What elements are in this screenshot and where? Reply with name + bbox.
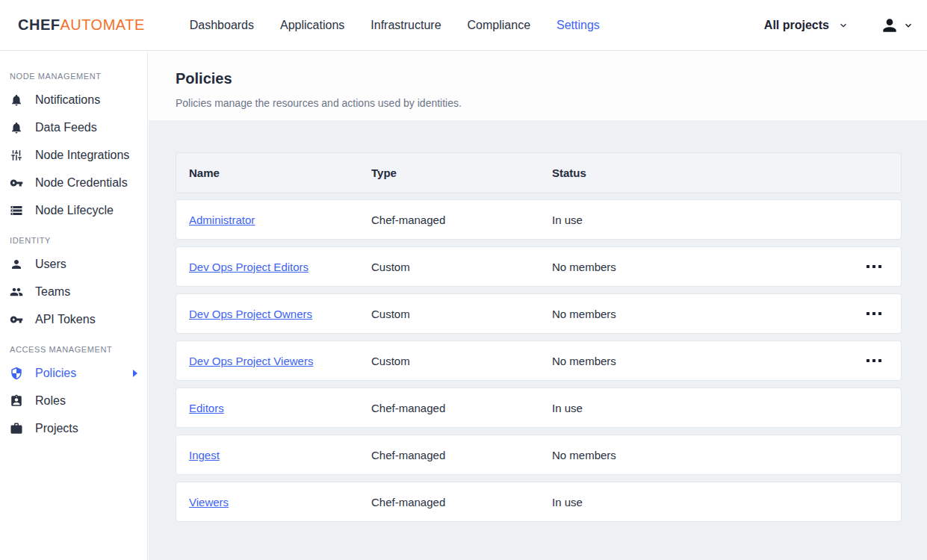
policy-link-dev-ops-project-editors[interactable]: Dev Ops Project Editors xyxy=(189,261,309,273)
table-row: Dev Ops Project Owners Custom No members xyxy=(176,293,902,334)
briefcase-icon xyxy=(10,422,23,435)
policy-link-ingest[interactable]: Ingest xyxy=(189,449,220,461)
policy-status: No members xyxy=(552,308,862,320)
table-row: Viewers Chef-managed In use xyxy=(176,482,902,522)
sidebar-item-policies[interactable]: Policies xyxy=(0,359,147,387)
sidebar-item-api-tokens[interactable]: API Tokens xyxy=(0,305,147,333)
nav-tab-infrastructure[interactable]: Infrastructure xyxy=(371,19,441,32)
list-icon xyxy=(10,204,23,217)
row-menu-button[interactable] xyxy=(862,306,886,321)
more-menu-icon xyxy=(866,312,869,315)
shield-icon xyxy=(10,367,23,380)
more-menu-icon xyxy=(878,359,881,362)
policies-table-container: Name Type Status Administrator Chef-mana… xyxy=(149,120,927,522)
policy-type: Chef-managed xyxy=(371,449,552,461)
key-icon xyxy=(10,176,23,190)
more-menu-icon xyxy=(866,359,869,362)
sidebar-section-access-management: ACCESS MANAGEMENT xyxy=(0,333,147,359)
policy-type: Chef-managed xyxy=(371,214,552,226)
bell-icon xyxy=(10,121,23,134)
nav-tab-compliance[interactable]: Compliance xyxy=(468,19,530,32)
table-header-row: Name Type Status xyxy=(176,152,902,193)
user-menu[interactable] xyxy=(880,16,914,35)
page-title: Policies xyxy=(176,70,900,87)
table-row: Editors Chef-managed In use xyxy=(176,388,902,428)
sidebar-item-notifications[interactable]: Notifications xyxy=(0,86,147,113)
user-avatar-icon xyxy=(880,16,899,35)
logo-chef: CHEF xyxy=(18,16,60,33)
policy-status: In use xyxy=(552,402,862,414)
sidebar-section-identity: IDENTITY xyxy=(0,224,147,250)
more-menu-icon xyxy=(872,312,875,315)
sidebar-item-teams[interactable]: Teams xyxy=(0,278,147,305)
chevron-down-icon xyxy=(903,20,914,31)
settings-sidebar: NODE MANAGEMENT Notifications Data Feeds… xyxy=(0,52,148,560)
policy-status: In use xyxy=(552,496,862,508)
sidebar-item-label: Node Credentials xyxy=(35,176,128,190)
more-menu-icon xyxy=(878,312,881,315)
policy-type: Chef-managed xyxy=(371,402,552,414)
top-navbar: CHEFAUTOMATE Dashboards Applications Inf… xyxy=(0,0,927,51)
table-row: Administrator Chef-managed In use xyxy=(176,199,902,240)
primary-nav: Dashboards Applications Infrastructure C… xyxy=(190,19,600,32)
more-menu-icon xyxy=(866,265,869,268)
page-header: Policies Policies manage the resources a… xyxy=(149,52,927,120)
nav-tab-dashboards[interactable]: Dashboards xyxy=(190,19,254,32)
sidebar-item-label: Notifications xyxy=(35,93,100,107)
table-row: Dev Ops Project Viewers Custom No member… xyxy=(176,340,902,381)
column-header-status: Status xyxy=(552,167,862,179)
row-menu-button[interactable] xyxy=(862,353,886,368)
sidebar-item-label: Data Feeds xyxy=(35,121,97,134)
policy-type: Custom xyxy=(371,355,552,367)
more-menu-icon xyxy=(872,359,875,362)
table-row: Ingest Chef-managed No members xyxy=(176,435,902,475)
sidebar-item-label: Projects xyxy=(35,422,78,435)
policy-type: Custom xyxy=(371,261,552,273)
policy-status: No members xyxy=(552,449,862,461)
sidebar-item-label: API Tokens xyxy=(35,313,96,326)
person-icon xyxy=(10,258,23,271)
policy-link-dev-ops-project-viewers[interactable]: Dev Ops Project Viewers xyxy=(189,355,313,367)
row-menu-button[interactable] xyxy=(862,259,886,274)
nav-tab-applications[interactable]: Applications xyxy=(280,19,344,32)
more-menu-icon xyxy=(878,265,881,268)
sidebar-item-node-lifecycle[interactable]: Node Lifecycle xyxy=(0,196,147,224)
sidebar-item-node-integrations[interactable]: Node Integrations xyxy=(0,141,147,169)
sidebar-section-node-management: NODE MANAGEMENT xyxy=(0,60,147,86)
sidebar-item-label: Teams xyxy=(35,285,70,299)
projects-filter-label: All projects xyxy=(764,19,829,32)
policy-link-editors[interactable]: Editors xyxy=(189,402,224,414)
policy-type: Chef-managed xyxy=(371,496,552,508)
policy-status: In use xyxy=(552,214,862,226)
bell-icon xyxy=(10,93,23,107)
expand-arrow-icon xyxy=(133,370,137,377)
sidebar-item-label: Users xyxy=(35,258,66,271)
sidebar-item-label: Node Lifecycle xyxy=(35,204,114,217)
sidebar-item-projects[interactable]: Projects xyxy=(0,414,147,442)
policy-link-administrator[interactable]: Administrator xyxy=(189,214,255,226)
main-content: Policies Policies manage the resources a… xyxy=(149,52,927,560)
nav-tab-settings[interactable]: Settings xyxy=(556,19,600,32)
logo-automate: AUTOMATE xyxy=(60,16,144,33)
sidebar-item-users[interactable]: Users xyxy=(0,250,147,278)
policy-status: No members xyxy=(552,261,862,273)
sliders-icon xyxy=(10,149,23,162)
sidebar-item-data-feeds[interactable]: Data Feeds xyxy=(0,113,147,141)
people-icon xyxy=(10,285,23,299)
badge-icon xyxy=(10,394,23,408)
policy-link-dev-ops-project-owners[interactable]: Dev Ops Project Owners xyxy=(189,308,312,320)
column-header-name: Name xyxy=(176,167,371,179)
key-icon xyxy=(10,313,23,326)
sidebar-item-roles[interactable]: Roles xyxy=(0,387,147,414)
sidebar-item-label: Roles xyxy=(35,394,66,408)
chef-automate-logo[interactable]: CHEFAUTOMATE xyxy=(18,16,145,34)
policy-status: No members xyxy=(552,355,862,367)
table-row: Dev Ops Project Editors Custom No member… xyxy=(176,246,902,287)
navbar-right: All projects xyxy=(764,16,914,35)
sidebar-item-label: Policies xyxy=(35,367,76,380)
projects-filter-dropdown[interactable]: All projects xyxy=(764,19,849,32)
policy-link-viewers[interactable]: Viewers xyxy=(189,496,229,508)
sidebar-item-node-credentials[interactable]: Node Credentials xyxy=(0,169,147,196)
sidebar-item-label: Node Integrations xyxy=(35,149,129,162)
policy-type: Custom xyxy=(371,308,552,320)
